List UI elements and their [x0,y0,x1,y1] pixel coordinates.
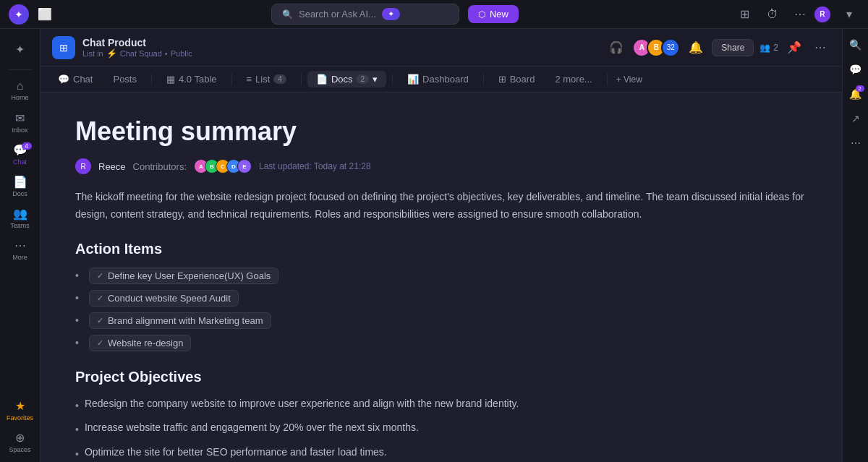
board-icon: ⊞ [498,74,506,85]
tab-divider-1 [151,74,152,85]
rs-more-icon[interactable]: ⋯ [846,133,866,153]
tab-chat[interactable]: 💬 Chat [49,71,101,87]
search-icon: 🔍 [282,9,293,20]
sidebar-item-logo[interactable]: ✦ [6,35,35,64]
sidebar-item-chat[interactable]: 💬 Chat 4 [6,140,35,168]
tab-divider-6 [607,74,608,85]
nav-back-icon[interactable]: ⬜ [35,4,55,25]
tab-docs[interactable]: 📄 Docs 2 ▾ [307,71,386,87]
checkbox-tag-4[interactable]: ✓ Website re-design [89,335,192,351]
sidebar-item-favorites[interactable]: ★ Favorites [6,395,35,424]
tab-posts[interactable]: Posts [104,71,145,87]
rs-search-icon[interactable]: 🔍 [846,35,866,55]
sidebar-item-docs[interactable]: 📄 Docs [6,171,35,200]
grid-icon[interactable]: ⊞ [735,4,755,25]
contributors-avatars: A B C D E [194,159,252,174]
project-objectives-title: Project Objectives [75,369,807,385]
dashboard-icon: 📊 [407,74,419,85]
doc-meta: R Reece Contributors: A B C D E Last upd… [75,158,807,174]
more-icon: ⋯ [14,239,26,252]
spaces-icon: ⊕ [15,431,25,445]
avatar-group: A B 32 [632,38,680,57]
checkbox-tag-3[interactable]: ✓ Brand alignment with Marketing team [89,312,271,329]
logo-icon: ✦ [15,43,25,56]
main-layout: ✦ ⌂ Home ✉ Inbox 💬 Chat 4 📄 Docs 👥 Teams… [0,29,868,462]
sidebar-favorites-label: Favorites [7,414,33,422]
sidebar-item-home-label: Home [11,94,28,101]
doc-author: Reece [98,161,126,172]
add-view-button[interactable]: + View [616,74,642,85]
bullet-4: • [75,337,79,348]
sidebar-item-inbox[interactable]: ✉ Inbox [6,108,35,137]
checkbox-tag-2[interactable]: ✓ Conduct website Speed Audit [89,290,239,307]
tab-divider-3 [301,74,302,85]
more-tab-label: 2 more... [555,74,592,85]
bell-icon[interactable]: 🔔 [686,38,706,58]
teams-icon: 👥 [13,207,27,221]
tab-divider-4 [392,74,393,85]
headphones-icon[interactable]: 🎧 [606,38,626,58]
docs-tab-badge: 2 [357,74,370,84]
app-logo: ✦ [9,4,29,25]
workspace-sub: List in ⚡ Chat Squad • Public [82,48,192,59]
workspace-header: ⊞ Chat Product List in ⚡ Chat Squad • Pu… [41,29,842,67]
user-avatar[interactable]: R [813,5,832,24]
sidebar-item-spaces[interactable]: ⊕ Spaces [6,427,35,456]
table-icon: ▦ [166,74,175,85]
tab-dashboard[interactable]: 📊 Dashboard [399,71,477,87]
timer-icon[interactable]: ⏱ [762,4,783,25]
share-button[interactable]: Share [712,39,754,56]
posts-tab-label: Posts [113,74,137,85]
rs-share-icon[interactable]: ↗ [846,108,866,129]
search-placeholder: Search or Ask AI... [299,9,376,20]
objective-1: • Redesign the company website to improv… [75,395,807,414]
table-tab-label: 4.0 Table [179,74,217,85]
doc-body: Meeting summary R Reece Contributors: A … [41,93,842,462]
check-icon-2: ✓ [97,294,103,303]
contrib-5: E [237,159,252,174]
sidebar-item-home[interactable]: ⌂ Home [6,76,35,105]
collab-number: 2 [773,43,778,53]
visibility-label: Public [171,49,192,58]
objective-2: • Increase website traffic and engagemen… [75,419,807,437]
tab-list[interactable]: ≡ List 4 [238,71,295,87]
action-items-section: Action Items • ✓ Define key User Experie… [75,241,807,351]
list-tab-badge: 4 [273,74,286,84]
doc-intro: The kickoff meeting for the website rede… [75,189,807,223]
action-item-3-label: Brand alignment with Marketing team [108,315,263,326]
collab-count: 👥 2 [760,43,778,53]
right-sidebar: 🔍 💬 🔔 2 ↗ ⋯ [842,29,868,462]
star-icon: ★ [15,399,25,413]
objective-1-text: Redesign the company website to improve … [85,395,519,411]
add-view-label: + View [616,74,642,85]
tab-more[interactable]: 2 more... [546,71,600,87]
ellipsis-icon[interactable]: ⋯ [810,38,830,58]
bullet-1: • [75,270,79,281]
apps-icon[interactable]: ⋯ [790,4,810,25]
ai-badge: ✦ [382,8,400,20]
top-bar-center: 🔍 Search or Ask AI... ✦ New [271,4,519,25]
new-button[interactable]: New [468,5,519,23]
search-bar[interactable]: 🔍 Search or Ask AI... ✦ [271,4,459,25]
separator: • [165,49,168,58]
obj-bullet-3: • [75,446,79,462]
sidebar-item-more[interactable]: ⋯ More [6,235,35,264]
workspace-info: Chat Product List in ⚡ Chat Squad • Publ… [82,37,192,59]
board-tab-label: Board [510,74,535,85]
top-bar: ✦ ⬜ 🔍 Search or Ask AI... ✦ New ⊞ ⏱ ⋯ R … [0,0,868,29]
checkbox-tag-1[interactable]: ✓ Define key User Experience(UX) Goals [89,268,278,284]
rs-notification-icon[interactable]: 🔔 2 [846,84,866,104]
obj-bullet-2: • [75,422,79,437]
pin-icon[interactable]: 📌 [784,38,804,58]
bullet-2: • [75,292,79,304]
tab-table[interactable]: ▦ 4.0 Table [158,71,226,87]
sidebar-item-more-label: More [12,254,27,261]
sidebar-divider-1 [9,69,32,70]
rs-comment-icon[interactable]: 💬 [846,59,866,80]
chevron-icon[interactable]: ▾ [839,4,859,25]
sidebar-item-teams[interactable]: 👥 Teams [6,203,35,232]
action-item-4-label: Website re-design [108,338,184,348]
inbox-icon: ✉ [15,111,25,125]
workspace-icon: ⊞ [52,36,75,59]
tab-board[interactable]: ⊞ Board [490,71,544,87]
